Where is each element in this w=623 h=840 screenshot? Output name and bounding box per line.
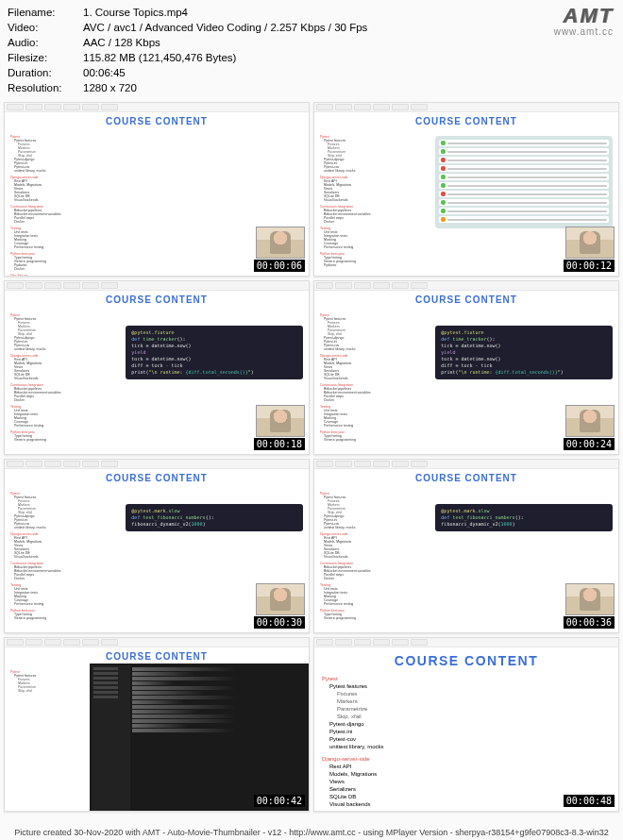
- amt-url: www.amt.cc: [554, 26, 614, 37]
- toolbar: [5, 103, 309, 112]
- slide-title: COURSE CONTENT: [314, 112, 618, 128]
- value-video: AVC / avc1 / Advanced Video Coding / 2.2…: [83, 21, 615, 34]
- timestamp: 00:00:36: [564, 616, 615, 629]
- thumbnail-1: COURSE CONTENT Pytest Pytest featuresFix…: [4, 102, 310, 277]
- outline-text: Pytest Pytest featuresFixturesMarkersPar…: [5, 128, 120, 277]
- thumbnail-grid: COURSE CONTENT Pytest Pytest featuresFix…: [0, 98, 623, 815]
- outline-text: PytestPytest featuresFixturesMarkersPara…: [314, 485, 429, 633]
- toolbar: [314, 281, 618, 291]
- label-resolution: Resolution:: [8, 81, 83, 94]
- timestamp: 00:00:24: [564, 438, 615, 450]
- outline-text: PytestPytest featuresFixturesMarkersPara…: [5, 307, 120, 455]
- label-filesize: Filesize:: [8, 51, 83, 64]
- outline-text: PytestPytest featuresFixturesMarkersPara…: [5, 485, 120, 633]
- timestamp: 00:00:12: [564, 260, 615, 272]
- results-panel: [435, 136, 613, 228]
- webcam-pip: [565, 227, 615, 259]
- thumbnail-5: COURSE CONTENT PytestPytest featuresFixt…: [4, 459, 310, 633]
- thumbnail-6: COURSE CONTENT PytestPytest featuresFixt…: [313, 459, 619, 633]
- value-filesize: 115.82 MB (121,450,476 Bytes): [83, 51, 615, 64]
- ide-window: [90, 664, 309, 812]
- toolbar: [314, 103, 618, 112]
- code-mark: @pytest.mark.slow def test_fibonacci_num…: [126, 504, 303, 531]
- label-filename: Filename:: [8, 6, 83, 19]
- toolbar: [5, 281, 309, 291]
- code-fixture: @pytest.fixture def time_tracker(): tick…: [435, 326, 613, 379]
- slide-title: COURSE CONTENT: [5, 469, 309, 485]
- webcam-pip: [256, 583, 305, 615]
- timestamp: 00:00:48: [564, 795, 615, 807]
- thumbnail-8: COURSE CONTENT Pytest Pytest featuresFix…: [313, 637, 619, 812]
- thumbnail-3: COURSE CONTENT PytestPytest featuresFixt…: [4, 280, 310, 455]
- thumbnail-4: COURSE CONTENT PytestPytest featuresFixt…: [313, 280, 619, 455]
- outline-text: PytestPytest featuresFixturesMarkersPara…: [5, 664, 90, 812]
- webcam-pip: [565, 405, 615, 437]
- toolbar: [5, 460, 309, 469]
- value-filename: 1. Course Topics.mp4: [83, 6, 615, 19]
- outline-text: PytestPytest featuresFixturesMarkersPara…: [314, 307, 429, 455]
- slide-title: COURSE CONTENT: [314, 469, 618, 485]
- timestamp: 00:00:06: [254, 260, 305, 272]
- slide-title: COURSE CONTENT: [5, 112, 309, 128]
- timestamp: 00:00:18: [254, 438, 305, 450]
- toolbar: [314, 638, 618, 647]
- code-fixture: @pytest.fixture def time_tracker(): tick…: [126, 326, 303, 379]
- value-audio: AAC / 128 Kbps: [83, 36, 615, 49]
- webcam-pip: [256, 405, 305, 437]
- thumbnail-2: COURSE CONTENT PytestPytest featuresFixt…: [313, 102, 619, 277]
- amt-logo: AMT: [563, 4, 614, 28]
- slide-title: COURSE CONTENT: [5, 647, 309, 664]
- label-duration: Duration:: [8, 66, 83, 79]
- timestamp: 00:00:30: [254, 616, 305, 629]
- slide-title: COURSE CONTENT: [5, 291, 309, 307]
- toolbar: [5, 638, 309, 647]
- footer-text: Picture created 30-Nov-2020 with AMT - A…: [0, 825, 623, 840]
- outline-large: COURSE CONTENT Pytest Pytest featuresFix…: [314, 647, 618, 811]
- timestamp: 00:00:42: [254, 795, 305, 807]
- toolbar: [314, 460, 618, 469]
- thumbnail-7: COURSE CONTENT PytestPytest featuresFixt…: [4, 637, 310, 812]
- label-video: Video:: [8, 21, 83, 34]
- webcam-pip: [256, 227, 305, 259]
- outline-text: PytestPytest featuresFixturesMarkersPara…: [314, 128, 429, 277]
- value-duration: 00:06:45: [83, 66, 615, 79]
- code-mark: @pytest.mark.slow def test_fibonacci_num…: [435, 504, 613, 531]
- slide-title: COURSE CONTENT: [314, 291, 618, 307]
- value-resolution: 1280 x 720: [83, 81, 615, 94]
- label-audio: Audio:: [8, 36, 83, 49]
- webcam-pip: [565, 583, 615, 615]
- metadata-header: Filename:1. Course Topics.mp4 Video:AVC …: [0, 0, 623, 98]
